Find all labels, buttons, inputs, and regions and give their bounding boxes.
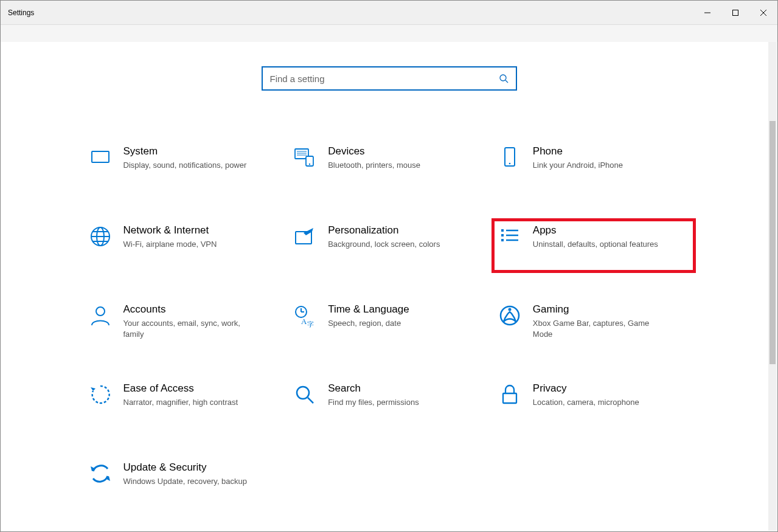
tile-gaming[interactable]: GamingXbox Game Bar, captures, Game Mode (491, 297, 696, 352)
tile-desc: Find my files, permissions (328, 397, 419, 408)
tile-title: Privacy (533, 382, 639, 395)
personalization-icon (293, 224, 317, 249)
tile-desc: Xbox Game Bar, captures, Game Mode (533, 318, 667, 339)
close-icon (760, 10, 766, 16)
scrollbar-thumb[interactable] (769, 121, 776, 364)
tile-personalization[interactable]: PersonalizationBackground, lock screen, … (287, 218, 491, 273)
tile-title: Network & Internet (123, 224, 217, 237)
tile-text: GamingXbox Game Bar, captures, Game Mode (533, 303, 667, 339)
phone-icon (498, 145, 522, 170)
network-icon (88, 224, 113, 249)
content-area: SystemDisplay, sound, notifications, pow… (1, 42, 777, 531)
tile-desc: Link your Android, iPhone (533, 160, 623, 171)
tile-title: Ease of Access (123, 382, 238, 395)
tile-ease[interactable]: Ease of AccessNarrator, magnifier, high … (82, 376, 287, 431)
tile-text: DevicesBluetooth, printers, mouse (328, 145, 420, 171)
apps-icon (498, 224, 522, 249)
maximize-icon (732, 10, 738, 16)
tile-title: Accounts (123, 303, 257, 316)
tile-text: AccountsYour accounts, email, sync, work… (123, 303, 257, 339)
minimize-icon (704, 10, 710, 16)
update-icon (88, 461, 113, 486)
tile-desc: Display, sound, notifications, power (123, 160, 247, 171)
settings-grid: SystemDisplay, sound, notifications, pow… (82, 139, 696, 510)
minimize-button[interactable] (693, 1, 721, 24)
svg-point-4 (500, 75, 506, 81)
tile-text: Ease of AccessNarrator, magnifier, high … (123, 382, 238, 408)
search-input[interactable] (270, 74, 498, 84)
tile-text: SystemDisplay, sound, notifications, pow… (123, 145, 247, 171)
ease-icon (88, 382, 113, 407)
tile-text: Time & LanguageSpeech, region, date (328, 303, 409, 329)
tile-desc: Location, camera, microphone (533, 397, 639, 408)
accounts-icon (88, 303, 113, 328)
search-box[interactable] (262, 66, 517, 91)
tile-apps[interactable]: AppsUninstall, defaults, optional featur… (491, 218, 696, 273)
devices-icon (293, 145, 317, 170)
tile-phone[interactable]: PhoneLink your Android, iPhone (491, 139, 696, 194)
tile-text: SearchFind my files, permissions (328, 382, 419, 408)
window-title: Settings (8, 9, 34, 17)
tile-title: Personalization (328, 224, 440, 237)
time-icon (293, 303, 317, 328)
system-icon (88, 145, 113, 170)
tile-desc: Uninstall, defaults, optional features (533, 239, 658, 250)
tile-title: Phone (533, 145, 623, 157)
tile-devices[interactable]: DevicesBluetooth, printers, mouse (287, 139, 491, 194)
tile-search[interactable]: SearchFind my files, permissions (287, 376, 491, 431)
tile-text: PrivacyLocation, camera, microphone (533, 382, 639, 408)
search-icon (498, 72, 510, 85)
tile-text: PhoneLink your Android, iPhone (533, 145, 623, 171)
tile-text: AppsUninstall, defaults, optional featur… (533, 224, 658, 250)
tile-desc: Your accounts, email, sync, work, family (123, 318, 257, 339)
tile-text: Network & InternetWi-Fi, airplane mode, … (123, 224, 217, 250)
svg-line-5 (505, 80, 508, 83)
scrollbar[interactable] (768, 42, 777, 531)
header-strip (1, 25, 777, 42)
tile-time[interactable]: Time & LanguageSpeech, region, date (287, 297, 491, 352)
gaming-icon (498, 303, 522, 328)
window-controls (693, 1, 777, 24)
tile-network[interactable]: Network & InternetWi-Fi, airplane mode, … (82, 218, 287, 273)
tile-title: Update & Security (123, 461, 248, 474)
tile-title: Search (328, 382, 419, 395)
tile-text: Update & SecurityWindows Update, recover… (123, 461, 248, 487)
tile-desc: Wi-Fi, airplane mode, VPN (123, 239, 217, 250)
tile-title: System (123, 145, 247, 157)
maximize-button[interactable] (721, 1, 749, 24)
tile-title: Gaming (533, 303, 667, 316)
search-icon (293, 382, 317, 407)
tile-title: Time & Language (328, 303, 409, 316)
search-container (1, 66, 777, 91)
tile-privacy[interactable]: PrivacyLocation, camera, microphone (491, 376, 696, 431)
tile-system[interactable]: SystemDisplay, sound, notifications, pow… (82, 139, 287, 194)
privacy-icon (498, 382, 522, 407)
tile-title: Devices (328, 145, 420, 157)
tile-desc: Bluetooth, printers, mouse (328, 160, 420, 171)
tile-text: PersonalizationBackground, lock screen, … (328, 224, 440, 250)
tile-desc: Background, lock screen, colors (328, 239, 440, 250)
titlebar: Settings (1, 1, 777, 25)
tile-desc: Speech, region, date (328, 318, 409, 329)
tile-update[interactable]: Update & SecurityWindows Update, recover… (82, 455, 287, 510)
tile-desc: Windows Update, recovery, backup (123, 476, 248, 487)
svg-rect-1 (733, 10, 738, 15)
tile-desc: Narrator, magnifier, high contrast (123, 397, 238, 408)
tile-accounts[interactable]: AccountsYour accounts, email, sync, work… (82, 297, 287, 352)
tile-title: Apps (533, 224, 658, 237)
close-button[interactable] (749, 1, 777, 24)
